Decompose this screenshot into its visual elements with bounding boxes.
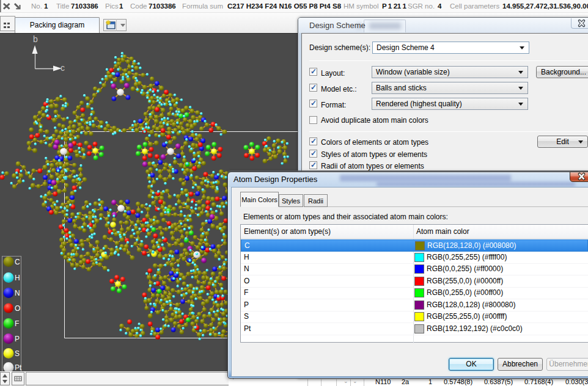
svg-text:c: c xyxy=(61,63,65,73)
svg-text:F: F xyxy=(15,319,19,328)
svg-text:S: S xyxy=(15,349,20,358)
svg-text:Pt: Pt xyxy=(15,363,22,371)
svg-text:N: N xyxy=(15,289,20,297)
svg-text:O: O xyxy=(15,304,20,313)
svg-text:P: P xyxy=(15,335,20,343)
svg-text:C: C xyxy=(15,258,20,266)
svg-text:b: b xyxy=(33,34,38,44)
svg-text:H: H xyxy=(15,274,20,282)
